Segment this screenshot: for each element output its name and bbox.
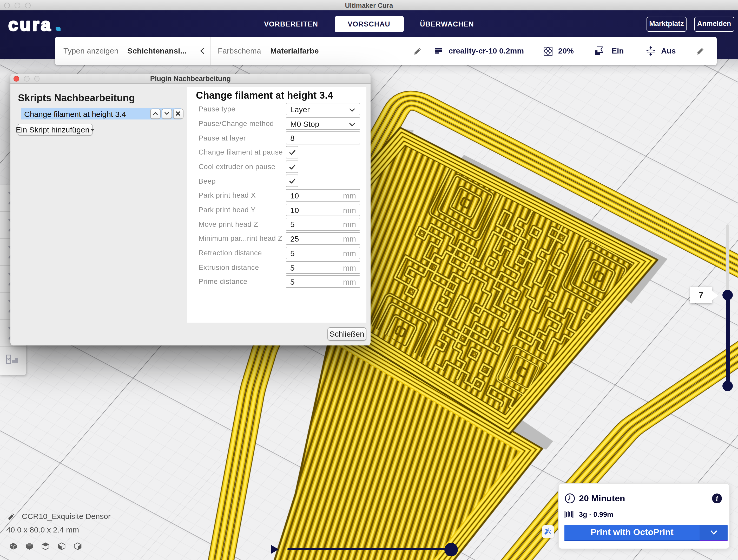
view-toolbar: Typen anzeigen Schichtenansi... Farbsche… <box>55 37 717 65</box>
support-value: Ein <box>612 37 624 65</box>
pencil-icon[interactable] <box>414 47 422 55</box>
close-icon <box>176 111 180 116</box>
input-value: 5 <box>290 220 295 229</box>
timeline-handle[interactable] <box>444 543 458 556</box>
setting-input[interactable]: 5mm <box>286 218 360 230</box>
color-scheme-value[interactable]: Materialfarbe <box>270 37 319 65</box>
setting-input[interactable]: 10mm <box>286 204 360 216</box>
checkmark-icon <box>288 177 296 185</box>
input-value: 8 <box>290 134 295 143</box>
setting-combobox[interactable]: M0 Stop <box>286 117 360 130</box>
print-options-dropdown[interactable] <box>700 525 728 541</box>
setting-input[interactable]: 8 <box>286 132 360 144</box>
adhesion-value: Aus <box>661 37 676 65</box>
layer-stats-icon <box>5 354 21 368</box>
object-name[interactable]: CCR10_Exquisite Densor <box>22 512 111 521</box>
input-value: 5 <box>290 263 295 272</box>
setting-label: Park print head X <box>199 192 256 199</box>
setting-input[interactable]: 25mm <box>286 232 360 245</box>
model-cube-icon[interactable] <box>42 542 49 550</box>
view-type-value[interactable]: Schichtenansi... <box>127 37 187 65</box>
checkmark-icon <box>288 148 296 156</box>
checkmark-icon <box>288 163 296 171</box>
tab-monitor[interactable]: ÜBERWACHEN <box>405 16 488 32</box>
layer-slider-range[interactable] <box>726 295 729 386</box>
add-script-button[interactable]: Ein Skript hinzufügen <box>18 123 93 136</box>
settings-heading: Change filament at height 3.4 <box>196 90 333 101</box>
chevron-up-icon <box>153 112 158 116</box>
adhesion-icon <box>646 46 655 56</box>
layer-slider-lower-handle[interactable] <box>722 381 733 391</box>
input-value: 5 <box>290 277 295 286</box>
input-value: 10 <box>290 191 299 200</box>
dialog-titlebar[interactable]: Plugin Nachbearbeitung <box>10 74 371 84</box>
setting-label: Cool extruder on pause <box>199 163 276 171</box>
model-cube-icon[interactable] <box>74 542 82 550</box>
model-cube-icon[interactable] <box>58 542 65 550</box>
layer-number-balloon: 7 <box>690 287 712 304</box>
move-script-up-button[interactable] <box>150 109 160 119</box>
adjust-tools-button[interactable] <box>542 525 554 538</box>
setting-combobox[interactable]: Layer <box>286 103 360 115</box>
svg-text:cura: cura <box>8 19 52 34</box>
view-type-label: Typen anzeigen <box>63 37 118 65</box>
close-dialog-button[interactable]: Schließen <box>327 327 366 341</box>
macos-titlebar: Ultimaker Cura <box>0 0 738 10</box>
setting-label: Minimum par...rint head Z <box>199 235 283 242</box>
setting-checkbox[interactable] <box>286 160 298 173</box>
setting-input[interactable]: 10mm <box>286 189 360 201</box>
setting-input[interactable]: 5mm <box>286 261 360 273</box>
unit-label: mm <box>343 191 356 200</box>
model-cube-icon[interactable] <box>9 542 17 550</box>
pencil-icon[interactable] <box>696 47 705 55</box>
input-value: 25 <box>290 234 299 243</box>
color-scheme-label: Farbschema <box>218 37 261 65</box>
combo-value: M0 Stop <box>290 119 319 128</box>
tab-preview[interactable]: VORSCHAU <box>334 16 404 32</box>
dropdown-triangle-icon <box>90 129 95 131</box>
pencil-icon[interactable] <box>7 512 16 520</box>
timeline-track[interactable] <box>287 548 451 550</box>
clock-icon <box>565 493 575 504</box>
setting-input[interactable]: 5mm <box>286 247 360 259</box>
unit-label: mm <box>343 277 356 286</box>
tab-prepare[interactable]: VORBEREITEN <box>246 16 336 32</box>
infill-value: 20% <box>558 37 574 65</box>
setting-label: Park print head Y <box>199 206 256 214</box>
marketplace-button[interactable]: Marktplatz <box>647 17 687 32</box>
dialog-title: Plugin Nachbearbeitung <box>10 75 371 83</box>
setting-label: Beep <box>199 177 216 185</box>
setting-label: Pause/Change method <box>199 120 274 127</box>
scripts-heading: Skripts Nachbearbeitung <box>18 92 135 104</box>
play-icon[interactable] <box>270 544 279 554</box>
layer-slider-track[interactable] <box>726 224 729 297</box>
window-title: Ultimaker Cura <box>0 1 738 9</box>
layer-slider-upper-handle[interactable] <box>722 290 733 300</box>
signin-button[interactable]: Anmelden <box>694 17 734 32</box>
chevron-down-icon <box>164 112 169 116</box>
cura-logo: cura <box>8 19 65 35</box>
info-icon[interactable]: i <box>712 494 722 503</box>
chevron-down-icon <box>710 530 717 535</box>
object-dimensions: 40.0 x 80.0 x 2.4 mm <box>6 525 79 534</box>
chevron-left-icon[interactable] <box>200 47 205 55</box>
setting-label: Move print head Z <box>199 220 258 228</box>
left-toolbar-button-stats[interactable] <box>0 347 26 375</box>
input-value: 5 <box>290 249 295 258</box>
unit-label: mm <box>343 234 356 243</box>
remove-script-button[interactable] <box>173 109 183 119</box>
chevron-down-icon <box>349 108 355 112</box>
unit-label: mm <box>343 206 356 214</box>
model-cube-icon[interactable] <box>25 542 33 550</box>
tools-icon <box>544 528 551 535</box>
setting-checkbox[interactable] <box>286 175 298 187</box>
setting-checkbox[interactable] <box>286 146 298 158</box>
setting-label: Extrusion distance <box>199 263 259 271</box>
print-with-octoprint-button[interactable]: Print with OctoPrint <box>565 525 700 541</box>
move-script-down-button[interactable] <box>161 109 172 119</box>
layers-icon <box>435 48 442 54</box>
cura-logo-dot <box>56 27 60 31</box>
printer-profile[interactable]: creality-cr-10 0.2mm <box>448 37 524 65</box>
setting-input[interactable]: 5mm <box>286 275 360 288</box>
cura-application-window: CCR10_Exquisite Densor 40.0 x 80.0 x 2.4… <box>0 0 738 560</box>
